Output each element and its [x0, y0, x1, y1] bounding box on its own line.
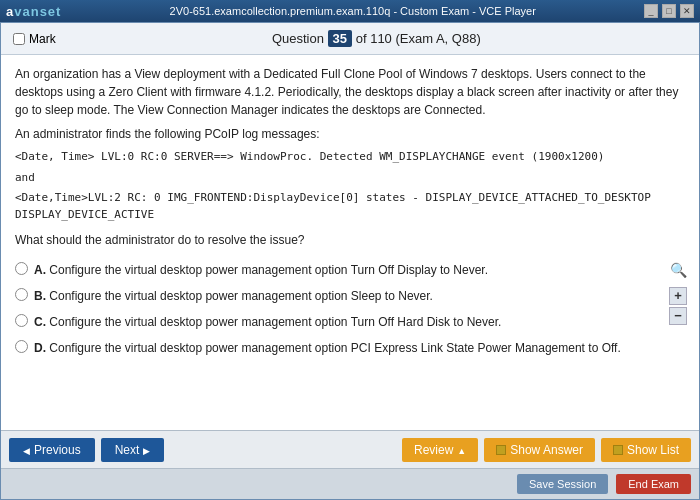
question-header: Mark Question 35 of 110 (Exam A, Q88) — [1, 23, 699, 55]
title-bar: avanset 2V0-651.examcollection.premium.e… — [0, 0, 700, 22]
option-c[interactable]: C. Configure the virtual desktop power m… — [15, 311, 685, 333]
next-arrow-icon — [143, 443, 150, 457]
previous-arrow-icon — [23, 443, 30, 457]
question-body-p1: An organization has a View deployment wi… — [15, 65, 685, 119]
next-label: Next — [115, 443, 140, 457]
question-total: of 110 (Exam A, Q88) — [356, 31, 481, 46]
mark-section: Mark — [13, 32, 56, 46]
window-controls[interactable]: _ □ ✕ — [644, 4, 694, 18]
main-window: Mark Question 35 of 110 (Exam A, Q88) An… — [0, 22, 700, 500]
mark-label: Mark — [29, 32, 56, 46]
zoom-out-button[interactable]: − — [669, 307, 687, 325]
review-label: Review — [414, 443, 453, 457]
previous-label: Previous — [34, 443, 81, 457]
show-list-icon — [613, 445, 623, 455]
option-a[interactable]: A. Configure the virtual desktop power m… — [15, 259, 685, 281]
maximize-button[interactable]: □ — [662, 4, 676, 18]
code-and: and — [15, 170, 685, 187]
logo-rest: vanset — [14, 4, 61, 19]
show-answer-label: Show Answer — [510, 443, 583, 457]
next-button[interactable]: Next — [101, 438, 165, 462]
zoom-panel: 🔍 + − — [669, 260, 687, 325]
option-d-text: D. Configure the virtual desktop power m… — [34, 339, 621, 357]
options-section: A. Configure the virtual desktop power m… — [15, 259, 685, 359]
option-a-text: A. Configure the virtual desktop power m… — [34, 261, 488, 279]
question-number: 35 — [328, 30, 352, 47]
option-c-radio[interactable] — [15, 314, 28, 327]
end-exam-button[interactable]: End Exam — [616, 474, 691, 494]
very-bottom-bar: Save Session End Exam — [1, 468, 699, 499]
logo-a: a — [6, 4, 14, 19]
code-line-1: <Date, Time> LVL:0 RC:0 SERVER==> Window… — [15, 149, 685, 166]
review-arrow-icon — [457, 443, 466, 457]
bottom-bar: Previous Next Review Show Answer Show Li… — [1, 430, 699, 468]
option-a-radio[interactable] — [15, 262, 28, 275]
code-line-2: <Date,Time>LVL:2 RC: 0 IMG_FRONTEND:Disp… — [15, 190, 685, 223]
app-logo: avanset — [6, 4, 61, 19]
close-button[interactable]: ✕ — [680, 4, 694, 18]
mark-checkbox[interactable] — [13, 33, 25, 45]
review-button[interactable]: Review — [402, 438, 478, 462]
show-answer-button[interactable]: Show Answer — [484, 438, 595, 462]
show-list-button[interactable]: Show List — [601, 438, 691, 462]
question-title: Question 35 of 110 (Exam A, Q88) — [66, 30, 687, 47]
question-label: Question — [272, 31, 324, 46]
minimize-button[interactable]: _ — [644, 4, 658, 18]
content-area: An organization has a View deployment wi… — [1, 55, 699, 430]
previous-button[interactable]: Previous — [9, 438, 95, 462]
show-answer-icon — [496, 445, 506, 455]
search-icon: 🔍 — [670, 260, 687, 281]
zoom-in-button[interactable]: + — [669, 287, 687, 305]
option-b-radio[interactable] — [15, 288, 28, 301]
show-list-label: Show List — [627, 443, 679, 457]
question-body-p2: An administrator finds the following PCo… — [15, 125, 685, 143]
question-prompt: What should the administrator do to reso… — [15, 231, 685, 249]
option-c-text: C. Configure the virtual desktop power m… — [34, 313, 501, 331]
option-d[interactable]: D. Configure the virtual desktop power m… — [15, 337, 685, 359]
window-title: 2V0-651.examcollection.premium.exam.110q… — [61, 5, 644, 17]
option-d-radio[interactable] — [15, 340, 28, 353]
option-b-text: B. Configure the virtual desktop power m… — [34, 287, 433, 305]
save-session-button[interactable]: Save Session — [517, 474, 608, 494]
option-b[interactable]: B. Configure the virtual desktop power m… — [15, 285, 685, 307]
